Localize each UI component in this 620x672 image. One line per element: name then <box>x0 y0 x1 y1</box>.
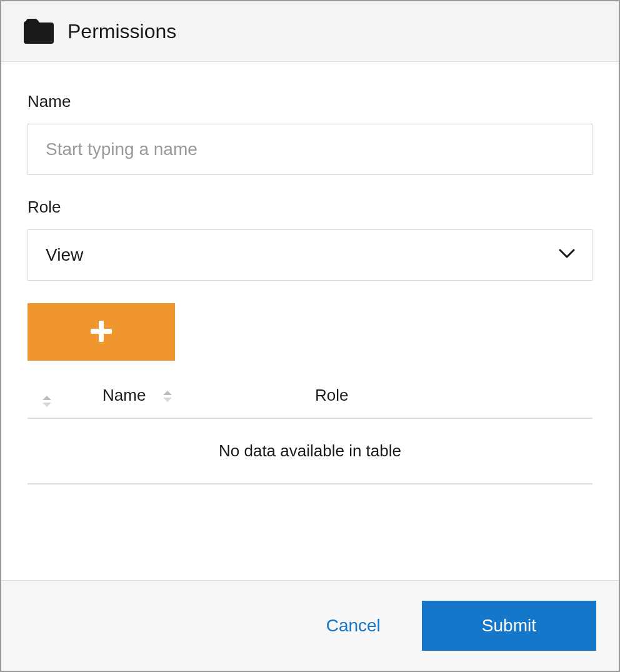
role-selected-value: View <box>46 245 83 265</box>
role-select[interactable]: View <box>28 229 592 281</box>
folder-icon <box>24 19 54 44</box>
add-button[interactable] <box>28 303 175 361</box>
svg-rect-1 <box>91 329 112 334</box>
table-empty-message: No data available in table <box>28 418 592 484</box>
table-header-blank[interactable] <box>28 378 102 418</box>
role-select-wrap: View <box>28 229 592 281</box>
table-header-name[interactable]: Name <box>102 378 315 418</box>
table-empty-row: No data available in table <box>28 418 592 484</box>
permissions-panel: Permissions Name Role View <box>0 0 620 672</box>
panel-title: Permissions <box>68 20 176 43</box>
panel-body: Name Role View <box>1 62 619 580</box>
table-header-role[interactable]: Role <box>315 378 592 418</box>
submit-button[interactable]: Submit <box>422 601 596 651</box>
table-header-name-label: Name <box>102 386 146 405</box>
panel-footer: Cancel Submit <box>1 580 619 671</box>
plus-icon <box>89 319 113 345</box>
table-header-role-label: Role <box>315 386 348 404</box>
sort-icon <box>163 391 172 402</box>
name-input[interactable] <box>28 124 592 175</box>
name-field: Name <box>28 92 592 175</box>
cancel-button[interactable]: Cancel <box>315 616 392 636</box>
role-field: Role View <box>28 198 592 281</box>
panel-header: Permissions <box>1 1 619 62</box>
role-label: Role <box>28 198 592 217</box>
name-label: Name <box>28 92 592 111</box>
permissions-table: Name Role No data available in table <box>28 378 592 484</box>
sort-icon <box>42 396 51 407</box>
